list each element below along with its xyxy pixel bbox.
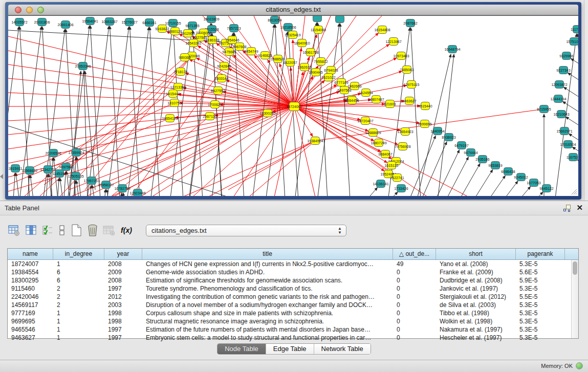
- paper-node-teal[interactable]: 9227343: [556, 67, 570, 74]
- paper-node-teal[interactable]: 12093872: [551, 81, 567, 89]
- paper-node-yellow[interactable]: 1621022: [321, 74, 335, 81]
- paper-node-teal[interactable]: [336, 16, 344, 23]
- citation-edge-black[interactable]: [60, 178, 68, 196]
- paper-node-teal[interactable]: 20031806: [34, 18, 50, 26]
- paper-node-teal[interactable]: 8938923: [442, 134, 455, 141]
- table-row[interactable]: 911546021997Tourette syndrome. Phenomeno…: [8, 285, 578, 293]
- citation-edge-red[interactable]: [8, 78, 294, 106]
- paper-node-teal[interactable]: 7857223: [227, 25, 241, 32]
- paper-node-yellow[interactable]: 7955812: [314, 58, 328, 65]
- paper-node-yellow[interactable]: 621603: [384, 100, 396, 108]
- tab-node-table[interactable]: Node Table: [217, 344, 266, 354]
- citation-edge-black[interactable]: [411, 28, 422, 196]
- paper-node-teal[interactable]: 10719155: [165, 19, 181, 27]
- paper-node-teal[interactable]: 16648794: [444, 46, 460, 53]
- citation-edge-black[interactable]: [578, 34, 578, 196]
- paper-node-teal[interactable]: 1677053: [527, 179, 540, 187]
- column-header-short[interactable]: short: [436, 249, 516, 259]
- column-header-name[interactable]: name: [8, 249, 53, 259]
- citation-edge-black[interactable]: [340, 188, 377, 196]
- paper-node-teal[interactable]: 19564041: [82, 17, 98, 25]
- paper-node-teal[interactable]: 16782759: [114, 185, 130, 192]
- citation-edge-black[interactable]: [104, 27, 129, 196]
- float-panel-icon[interactable]: [563, 205, 571, 211]
- paper-node-teal[interactable]: 15692971: [556, 127, 572, 135]
- table-header-row[interactable]: namein_degreeyeartitle△ out_de...shortpa…: [8, 249, 578, 260]
- citation-edge-black[interactable]: [569, 134, 578, 167]
- table-row[interactable]: 1830029562008Estimation of significance …: [8, 276, 578, 285]
- table-row[interactable]: 1456911722003Disruption of a novel membe…: [8, 301, 578, 309]
- paper-node-teal[interactable]: 14035572: [11, 18, 27, 26]
- citation-edge-black[interactable]: [480, 181, 518, 196]
- citation-edge-red[interactable]: [8, 93, 294, 106]
- paper-node-yellow[interactable]: 12325419: [285, 31, 300, 39]
- citation-edge-black[interactable]: [91, 26, 101, 196]
- paper-node-teal[interactable]: 9245012: [514, 173, 528, 181]
- table-selector-dropdown[interactable]: citations_edges.txt ▲▼: [146, 225, 346, 236]
- paper-node-yellow[interactable]: 2567130: [203, 113, 216, 120]
- paper-node-teal[interactable]: 16210643: [553, 111, 569, 118]
- paper-node-yellow[interactable]: 1624554: [359, 89, 373, 97]
- paper-node-yellow[interactable]: 6794028: [324, 67, 338, 74]
- paper-node-teal[interactable]: 10653287: [101, 18, 117, 26]
- citation-edge-red[interactable]: [208, 141, 315, 196]
- table-row[interactable]: 946362711997Embryonic stem cells: a mode…: [8, 334, 578, 342]
- column-header-year[interactable]: year: [104, 249, 142, 259]
- paper-node-teal[interactable]: 1733426: [394, 185, 408, 192]
- paper-node-teal[interactable]: 15751074: [566, 38, 578, 46]
- paper-node-yellow[interactable]: 8427552: [211, 87, 225, 95]
- paper-node-yellow[interactable]: 12213987: [385, 38, 401, 46]
- column-header-pagerank[interactable]: pagerank: [516, 249, 565, 259]
- network-view-window[interactable]: citations_edges.txt 18724007140355722003…: [5, 2, 581, 200]
- paper-node-yellow[interactable]: 15720407: [357, 117, 373, 125]
- table-row[interactable]: 969969511998Structural magnetic resonanc…: [8, 317, 578, 325]
- citation-edge-black[interactable]: [360, 192, 398, 196]
- paper-node-yellow[interactable]: 9475685: [222, 48, 236, 56]
- citation-edge-red[interactable]: [8, 51, 294, 106]
- paper-node-teal[interactable]: 9329966: [559, 52, 573, 60]
- paper-node-yellow[interactable]: 9463627: [402, 97, 416, 105]
- table-mode-icon[interactable]: [6, 223, 21, 238]
- memory-ok-indicator[interactable]: [576, 362, 583, 369]
- paper-node-teal[interactable]: 9853819: [488, 162, 502, 169]
- citation-edge-black[interactable]: [318, 23, 329, 196]
- panel-collapse-arrow-icon[interactable]: [0, 174, 3, 179]
- paper-node-teal[interactable]: 1840954: [430, 127, 444, 135]
- paper-node-teal[interactable]: 19218506: [280, 24, 296, 31]
- paper-node-teal[interactable]: 6096438: [501, 168, 515, 176]
- row-height-icon[interactable]: [54, 223, 70, 238]
- window-titlebar[interactable]: citations_edges.txt: [8, 5, 578, 15]
- paper-node-yellow[interactable]: 9699695: [418, 120, 431, 128]
- paper-node-yellow[interactable]: 1362615: [297, 63, 311, 71]
- paper-node-teal[interactable]: 8215955: [537, 105, 551, 113]
- citation-edge-black[interactable]: [454, 169, 493, 196]
- citation-edge-black[interactable]: [124, 27, 149, 196]
- citation-edge-red[interactable]: [233, 106, 294, 196]
- paper-node-yellow[interactable]: 10688609: [365, 129, 381, 137]
- resize-grip[interactable]: [570, 188, 577, 195]
- paper-node-teal[interactable]: [313, 16, 322, 22]
- column-header-title[interactable]: title: [142, 249, 393, 259]
- paper-node-teal[interactable]: 9474444: [464, 149, 477, 157]
- new-file-icon[interactable]: [69, 223, 84, 238]
- citation-edge-black[interactable]: [493, 187, 531, 196]
- citation-network-graph[interactable]: 1872400714035572200318062069140619564041…: [8, 16, 578, 196]
- paper-node-yellow[interactable]: 8860128: [168, 28, 182, 35]
- citation-edge-black[interactable]: [577, 160, 578, 193]
- paper-node-teal[interactable]: 12444194: [550, 95, 566, 103]
- citation-edge-black[interactable]: [84, 71, 88, 196]
- citation-edge-black[interactable]: [572, 147, 578, 180]
- paper-node-teal[interactable]: 6479197: [454, 142, 468, 149]
- paper-node-teal[interactable]: 14136141: [373, 180, 388, 188]
- close-panel-icon[interactable]: ✕: [576, 203, 583, 212]
- paper-node-yellow[interactable]: 79756928: [395, 143, 410, 150]
- paper-node-teal[interactable]: 9845122: [539, 185, 553, 192]
- paper-node-teal[interactable]: 9671355: [185, 22, 199, 30]
- paper-node-teal[interactable]: 2087682: [403, 19, 417, 27]
- paper-node-yellow[interactable]: 12975115: [404, 81, 420, 89]
- citation-edge-black[interactable]: [442, 164, 480, 196]
- citation-edge-black[interactable]: [289, 32, 299, 196]
- column-header-out_de[interactable]: △ out_de...: [393, 249, 436, 259]
- citation-edge-black[interactable]: [430, 157, 468, 196]
- paper-node-yellow[interactable]: 6822057: [283, 59, 297, 67]
